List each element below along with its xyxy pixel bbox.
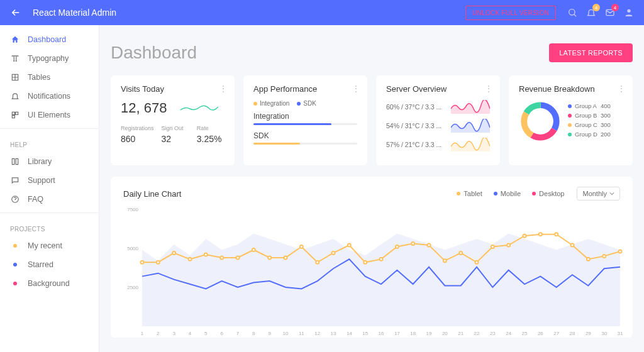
dot-icon [10,282,20,285]
svg-point-61 [380,258,383,261]
sidebar-item-dashboard[interactable]: Dashboard [0,30,99,49]
svg-point-58 [332,251,335,255]
svg-text:1: 1 [141,331,144,336]
svg-rect-4 [12,112,14,114]
sidebar-item-label: Notifications [28,92,70,101]
sidebar-item-ui-elements[interactable]: UI Elements [0,106,99,124]
sidebar-item-label: Tables [28,73,50,82]
sidebar: DashboardTypographyTablesNotificationsUI… [0,25,99,352]
sidebar-item-faq[interactable]: FAQ [0,190,99,209]
sidebar-item-label: My recent [28,241,62,250]
more-icon[interactable]: ⋮ [618,84,625,93]
svg-text:21: 21 [458,331,464,336]
sidebar-item-library[interactable]: Library [0,152,99,171]
svg-point-50 [204,253,208,256]
revenue-group-name: Group D [575,131,597,138]
perf-section-sdk: SDK [253,131,357,145]
profile-icon[interactable] [624,8,634,18]
svg-point-73 [571,244,574,247]
svg-text:29: 29 [586,331,591,336]
svg-text:24: 24 [506,331,511,336]
back-button[interactable] [10,7,21,18]
legend-label: Desktop [539,190,564,197]
sidebar-item-label: UI Elements [28,111,70,119]
svg-text:31: 31 [618,331,623,336]
svg-text:11: 11 [299,331,304,336]
svg-text:12: 12 [314,331,320,336]
svg-text:4: 4 [189,331,192,336]
revenue-group-value: 400 [601,102,611,109]
faq-icon [10,195,20,204]
home-icon [10,35,20,44]
svg-point-64 [428,244,431,247]
visits-value: 12, 678 [121,100,167,116]
latest-reports-button[interactable]: LATEST REPORTS [549,43,633,62]
revenue-group-value: 300 [601,121,611,128]
daily-chart: 2500500075001234567891011121314151617181… [123,206,626,338]
more-icon[interactable]: ⋮ [352,84,360,93]
period-select[interactable]: Monthly [577,187,620,201]
sidebar-item-background[interactable]: Background [0,274,99,293]
chevron-down-icon [609,191,614,196]
perf-section-integration: Integration [253,112,357,125]
svg-point-53 [252,248,255,251]
svg-point-47 [157,261,160,264]
svg-text:5: 5 [204,331,208,336]
svg-text:16: 16 [379,331,384,336]
revenue-group-value: 200 [601,131,611,138]
sidebar-item-my-recent[interactable]: My recent [0,236,99,255]
more-icon[interactable]: ⋮ [219,84,227,93]
svg-text:6: 6 [220,331,223,336]
sidebar-item-support[interactable]: Support [0,171,99,190]
sidebar-group-projects: PROJECTS [0,217,99,236]
server-row: 54% / 31°C / 3.3 ... [386,119,490,133]
svg-rect-5 [16,112,18,114]
card-title: Revenue Breakdown [519,84,623,94]
server-row: 60% / 37°C / 3.3 ... [386,100,490,114]
sidebar-item-tables[interactable]: Tables [0,68,99,87]
revenue-donut [519,100,562,143]
svg-text:14: 14 [347,331,352,336]
legend-label: SDK [303,100,316,107]
legend-label: Mobile [501,190,521,197]
svg-point-48 [172,251,175,255]
svg-point-49 [189,258,192,261]
svg-text:10: 10 [283,331,289,336]
revenue-group-name: Group A [575,102,597,109]
card-daily-line-chart: Daily Line Chart TabletMobileDesktop Mon… [111,177,633,338]
stat-value: 860 [121,134,154,144]
svg-text:7: 7 [236,331,240,336]
svg-point-0 [569,9,575,15]
ui-icon [10,111,20,119]
server-row: 57% / 21°C / 3.3 ... [386,138,490,151]
sidebar-item-notifications[interactable]: Notifications [0,87,99,106]
svg-point-66 [459,251,462,255]
sidebar-item-typography[interactable]: Typography [0,49,99,68]
bell-icon [10,92,20,101]
search-icon[interactable] [567,8,577,18]
sidebar-group-help: HELP [0,133,99,152]
mail-badge: 4 [611,4,619,11]
stat-value: 3.25% [197,134,225,144]
sidebar-item-label: FAQ [28,195,43,204]
chart-legend-item: Tablet [457,190,482,197]
svg-point-46 [141,261,144,264]
svg-point-63 [411,242,414,245]
main-content: Dashboard LATEST REPORTS ⋮ Visits Today … [99,25,644,352]
svg-text:7500: 7500 [127,207,138,212]
svg-point-57 [316,261,319,264]
card-server-overview: ⋮ Server Overview 60% / 37°C / 3.3 ...54… [376,75,500,165]
unlock-full-version-button[interactable]: UNLOCK FULL VERSION [465,6,556,20]
svg-text:2: 2 [157,331,160,336]
card-title: App Performance [253,84,357,94]
top-bar: React Material Admin UNLOCK FULL VERSION… [0,0,644,25]
mail-icon[interactable]: 4 [605,8,615,18]
notifications-icon[interactable]: 4 [586,8,596,18]
sidebar-item-starred[interactable]: Starred [0,255,99,274]
sidebar-item-label: Background [28,279,70,288]
more-icon[interactable]: ⋮ [485,84,492,93]
revenue-group-name: Group B [575,112,597,119]
svg-text:15: 15 [362,331,368,336]
sidebar-item-label: Library [28,157,52,166]
server-text: 57% / 21°C / 3.3 ... [386,141,441,148]
